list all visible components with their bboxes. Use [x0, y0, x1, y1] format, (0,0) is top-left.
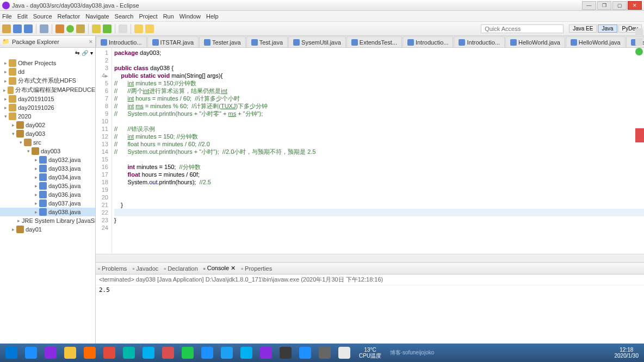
menu-file[interactable]: File — [2, 13, 12, 20]
tree-item[interactable]: ▸day036.java — [0, 190, 95, 199]
view-close-icon[interactable]: ✕ — [89, 39, 93, 45]
menu-project[interactable]: Project — [139, 13, 157, 20]
console-output[interactable]: 2.5 — [96, 285, 644, 346]
taskbar-app-13[interactable] — [257, 345, 275, 360]
save-icon[interactable] — [13, 24, 22, 33]
bottom-tab-problems[interactable]: ▫Problems — [98, 265, 127, 272]
tree-item[interactable]: ▸dd — [0, 67, 95, 76]
taskbar-app-9[interactable] — [178, 345, 197, 360]
taskbar-app-14[interactable] — [276, 345, 295, 360]
coverage-icon[interactable] — [635, 48, 643, 55]
bottom-tab-properties[interactable]: ▫Properties — [241, 265, 272, 272]
editor-tab[interactable]: Introductio... — [403, 36, 454, 47]
tree-item[interactable]: ▸day032.java — [0, 155, 95, 164]
new-icon[interactable] — [2, 24, 11, 33]
menu-run[interactable]: Run — [163, 13, 174, 20]
java-file-icon — [571, 39, 577, 46]
save-all-icon[interactable] — [24, 24, 33, 33]
bottom-tab-console[interactable]: ▫Console ✕ — [203, 265, 236, 272]
separator — [36, 24, 36, 34]
taskbar-app-3[interactable] — [61, 345, 79, 360]
new-class-icon[interactable] — [103, 24, 112, 33]
menu-help[interactable]: Help — [206, 13, 219, 20]
sidebar-marker-icon[interactable] — [635, 128, 644, 142]
nav-back-icon[interactable] — [134, 24, 143, 33]
run-icon[interactable] — [66, 25, 74, 33]
taskbar-app-6[interactable] — [120, 345, 138, 360]
restore-button[interactable]: ❐ — [597, 1, 611, 10]
editor-tab[interactable]: ExtendsTest... — [346, 36, 402, 47]
editor-tab[interactable]: Introductio... — [96, 36, 147, 47]
tree-item[interactable]: ▸day20191015 — [0, 95, 95, 103]
tree-item[interactable]: ▸Other Projects — [0, 59, 95, 67]
taskbar-app-2[interactable] — [41, 345, 60, 360]
taskbar-app-7[interactable] — [139, 345, 158, 360]
quick-access-input[interactable] — [481, 24, 564, 33]
menu-source[interactable]: Source — [33, 13, 52, 20]
link-editor-icon[interactable]: 🔗 — [82, 50, 88, 56]
maximize-button[interactable]: ▢ — [612, 1, 627, 10]
package-explorer: 📁 Package Explorer ✕ ⇆ 🔗 ▾ ▸Other Projec… — [0, 36, 96, 346]
bottom-tab-javadoc[interactable]: ▫Javadoc — [132, 265, 158, 272]
tree-item[interactable]: ▸day034.java — [0, 173, 95, 182]
editor-tab[interactable]: Introductio... — [454, 36, 505, 47]
taskbar-app-17[interactable] — [335, 345, 354, 360]
tree-item[interactable]: ▾2020 — [0, 112, 95, 121]
java-file-icon — [407, 39, 414, 46]
new-package-icon[interactable] — [92, 24, 101, 33]
menu-refactor[interactable]: Refactor — [58, 13, 81, 20]
tasklist-icon[interactable] — [635, 38, 643, 46]
tree-item[interactable]: ▸day002 — [0, 121, 95, 129]
taskbar-app-11[interactable] — [218, 345, 236, 360]
taskbar-app-4[interactable] — [81, 345, 99, 360]
editor-tab[interactable]: SysemUtil.java — [288, 36, 346, 47]
tree-item[interactable]: ▸day038.java — [0, 208, 95, 216]
code-editor[interactable]: package day003; public class day038 { pu… — [112, 48, 644, 254]
taskbar-weather[interactable]: 13°CCPU温度 — [355, 347, 386, 359]
tree-item[interactable]: ▸day033.java — [0, 164, 95, 173]
editor-tab[interactable]: HelloWorld.java — [505, 36, 565, 47]
nav-fwd-icon[interactable] — [145, 24, 154, 33]
editor-tab[interactable]: HelloWorld.java — [566, 36, 626, 47]
horizontal-scrollbar[interactable] — [96, 254, 644, 262]
tree-item[interactable]: ▾day003 — [0, 129, 95, 138]
close-button[interactable]: ✕ — [628, 1, 642, 10]
taskbar-app-16[interactable] — [315, 345, 334, 360]
taskbar-app-5[interactable] — [100, 345, 119, 360]
tree-item[interactable]: ▸day20191026 — [0, 103, 95, 112]
perspective-java-ee[interactable]: Java EE — [569, 24, 597, 33]
tree-item[interactable]: ▸day037.java — [0, 199, 95, 208]
tree-item[interactable]: ▾src — [0, 138, 95, 147]
tree-item[interactable]: ▸JRE System Library [JavaSE-1.8] — [0, 216, 95, 225]
menu-edit[interactable]: Edit — [17, 13, 28, 20]
tree-item[interactable]: ▾day003 — [0, 147, 95, 155]
editor-tab[interactable]: Test.java — [246, 36, 288, 47]
editor-tab[interactable]: Tester.java — [199, 36, 246, 47]
taskbar-app-10[interactable] — [198, 345, 216, 360]
taskbar-app-1[interactable] — [22, 345, 40, 360]
debug-icon[interactable] — [55, 24, 64, 33]
bottom-tab-declaration[interactable]: ▫Declaration — [164, 265, 198, 272]
perspective-java[interactable]: Java — [598, 24, 617, 33]
taskbar-app-15[interactable] — [296, 345, 314, 360]
menu-navigate[interactable]: Navigate — [85, 13, 109, 20]
tree-item[interactable]: ▸分布式编程框架MAPREDUCE — [0, 85, 95, 95]
minimize-button[interactable]: — — [582, 1, 596, 10]
tree-item[interactable]: ▸day035.java — [0, 182, 95, 190]
menu-window[interactable]: Window — [179, 13, 201, 20]
taskbar-app-0[interactable] — [2, 345, 21, 360]
editor-tab[interactable]: ITSTAR.java — [147, 36, 199, 47]
tree-item[interactable]: ▸day01 — [0, 225, 95, 234]
taskbar-app-12[interactable] — [237, 345, 256, 360]
taskbar-clock[interactable]: 12:182020/1/30 — [615, 347, 642, 359]
taskbar-app-8[interactable] — [159, 345, 177, 360]
menu-search[interactable]: Search — [115, 13, 134, 20]
run-last-icon[interactable] — [76, 24, 85, 33]
tree-item[interactable]: ▸分布式文件系统HDFS — [0, 76, 95, 85]
search-icon[interactable] — [119, 24, 127, 33]
collapse-all-icon[interactable]: ⇆ — [75, 50, 79, 56]
menubar: FileEditSourceRefactorNavigateSearchProj… — [0, 11, 644, 22]
outline-icon[interactable] — [635, 28, 643, 36]
view-menu-icon[interactable]: ▾ — [90, 50, 93, 56]
open-type-icon[interactable] — [40, 24, 48, 33]
